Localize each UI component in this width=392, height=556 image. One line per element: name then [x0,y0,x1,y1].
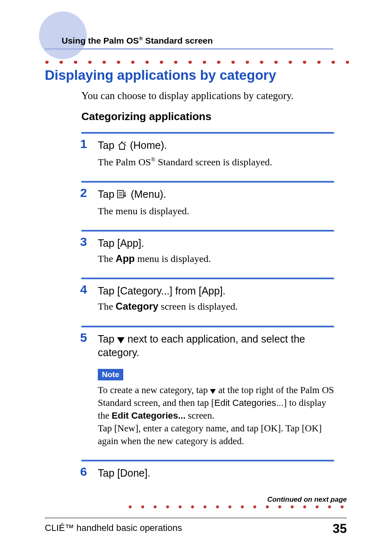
running-header-post: Standard screen [143,36,212,45]
step-action: Tap (Menu). [98,188,334,203]
home-icon [117,140,127,154]
step-action-post: next to each application, and select the… [98,333,305,359]
step-result: The menu is displayed. [98,204,334,218]
step-5: 5 Tap next to each application, and sele… [81,326,334,460]
step-action: Tap next to each application, and select… [98,332,334,360]
step-action-pre: Tap [98,188,117,200]
step-number: 6 [80,465,87,479]
footer-rule [45,518,347,518]
step-4: 4 Tap [Category...] from [App]. The Cate… [81,278,334,325]
continued-dots: • • • • • • • • • • • • • • • • • • [128,505,347,508]
step-2: 2 Tap (Menu). The menu is dis [81,181,334,230]
step-result: The App menu is displayed. [98,252,334,265]
step-1: 1 Tap (Home). The Palm OS® Standard scre… [81,132,334,181]
note-l3: Tap [New], enter a category name, and ta… [98,423,322,446]
step-result-pre: The [98,301,115,312]
note-ui-label: Edit Categories... [214,398,284,408]
footer-left: CLIÉ™ handheld basic operations [45,523,182,533]
steps-list: 1 Tap (Home). The Palm OS® Standard scre… [81,132,334,484]
section-subhead: Categorizing applications [81,110,211,123]
menu-icon [117,189,128,203]
step-action-post: (Home). [127,139,167,151]
step-action: Tap [Category...] from [App]. [98,284,334,298]
step-action-pre: Tap [98,333,117,345]
step-result: The Category screen is displayed. [98,300,334,313]
step-result-post: screen is displayed. [158,301,238,312]
dotted-rule: • • • • • • • • • • • • • • • • • • • • … [45,61,349,65]
triangle-down-icon [117,337,125,343]
triangle-down-icon [210,389,216,394]
step-number: 3 [80,235,87,249]
step-number: 4 [80,283,87,297]
step-action: Tap [Done]. [98,466,334,480]
step-result-pre: The [98,253,115,264]
header-rule [45,48,333,50]
step-result-pre: The Palm OS [98,157,151,167]
note-text: To create a new category, tap at the top… [98,384,334,447]
step-result-bold: App [115,253,135,264]
running-header-pre: Using the Palm OS [62,36,139,45]
note-label: Note [98,369,123,380]
running-header: Using the Palm OS® Standard screen [62,35,213,46]
step-result: The Palm OS® Standard screen is displaye… [98,155,334,169]
step-number: 1 [80,137,87,151]
step-result-post: Standard screen is displayed. [155,157,272,167]
continued-indicator: Continued on next page • • • • • • • • •… [128,496,347,508]
step-3: 3 Tap [App]. The App menu is displayed. [81,230,334,278]
note-heavy: Edit Categories... [112,410,186,421]
step-action-post: (Menu). [128,188,166,200]
page-number: 35 [333,521,347,536]
step-number: 2 [80,186,87,200]
step-number: 5 [80,331,87,345]
step-result-post: menu is displayed. [135,253,211,264]
section-title: Displaying applications by category [45,67,276,83]
step-action-pre: Tap [98,139,117,151]
step-action: Tap (Home). [98,139,334,154]
note-l2-post: screen. [186,410,214,421]
note-l1-pre: To create a new category, tap [98,385,210,395]
step-result-sup: ® [151,157,155,163]
step-result-bold: Category [115,301,158,312]
section-intro: You can choose to display applications b… [81,90,294,102]
step-action: Tap [App]. [98,236,334,250]
step-6: 6 Tap [Done]. [81,460,334,484]
